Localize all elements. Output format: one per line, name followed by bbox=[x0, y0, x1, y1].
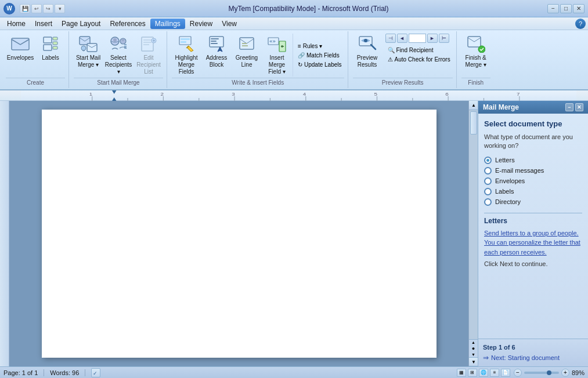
panel-title: Mail Merge bbox=[483, 103, 519, 111]
document-page bbox=[42, 110, 437, 358]
maximize-btn[interactable]: □ bbox=[560, 4, 572, 13]
web-layout-view-btn[interactable]: 🌐 bbox=[479, 369, 488, 377]
zoom-slider[interactable] bbox=[524, 372, 559, 374]
panel-close-btn[interactable]: ✕ bbox=[575, 103, 583, 111]
svg-rect-19 bbox=[211, 38, 219, 39]
radio-labels-circle bbox=[484, 188, 492, 195]
radio-directory-circle bbox=[484, 198, 492, 206]
select-recipients-label: SelectRecipients ▾ bbox=[105, 54, 132, 75]
nav-last-btn[interactable]: ⊢ bbox=[439, 34, 449, 43]
edit-recipient-list-button[interactable]: EditRecipient List bbox=[134, 34, 163, 77]
outline-view-btn[interactable]: ≡ bbox=[490, 369, 499, 377]
preview-record-input[interactable] bbox=[409, 34, 426, 43]
nav-prev-btn[interactable]: ◄ bbox=[397, 34, 407, 43]
edit-recipient-list-icon bbox=[139, 35, 158, 53]
scroll-browse-object[interactable]: ● bbox=[471, 345, 475, 352]
window-title: MyTem [Compatibility Mode] - Microsoft W… bbox=[70, 5, 547, 13]
find-recipient-button[interactable]: 🔍 Find Recipient bbox=[385, 46, 453, 54]
zoom-in-btn[interactable]: + bbox=[561, 369, 569, 377]
scroll-select-browse-prev[interactable]: ▲ bbox=[471, 340, 476, 345]
help-icon[interactable]: ? bbox=[575, 19, 586, 29]
menu-insert[interactable]: Insert bbox=[30, 19, 57, 29]
panel-section-title: Select document type bbox=[484, 119, 582, 128]
greeting-line-button[interactable]: GreetingLine bbox=[232, 34, 261, 70]
greeting-line-label: GreetingLine bbox=[236, 54, 258, 68]
match-fields-button[interactable]: 🔗 Match Fields bbox=[295, 51, 344, 60]
qa-dropdown[interactable]: ▾ bbox=[55, 4, 65, 13]
scroll-up-btn[interactable]: ▲ bbox=[469, 101, 478, 110]
nav-first-btn[interactable]: ⊣ bbox=[385, 34, 396, 43]
start-mail-merge-button[interactable]: Start MailMerge ▾ bbox=[74, 34, 103, 70]
window-controls: − □ ✕ bbox=[547, 4, 585, 13]
highlight-merge-fields-button[interactable]: HighlightMerge Fields bbox=[172, 34, 201, 77]
select-recipients-button[interactable]: SelectRecipients ▾ bbox=[104, 34, 133, 77]
info-text-link[interactable]: Send letters to a group of people. You c… bbox=[484, 230, 580, 256]
svg-rect-20 bbox=[211, 41, 217, 42]
draft-view-btn[interactable]: 📄 bbox=[501, 369, 510, 377]
insert-merge-field-button[interactable]: «» Insert MergeField ▾ bbox=[262, 34, 291, 77]
insert-merge-field-label: Insert MergeField ▾ bbox=[264, 54, 290, 75]
radio-directory[interactable]: Directory bbox=[484, 198, 582, 206]
update-labels-button[interactable]: ↻ Update Labels bbox=[295, 60, 344, 69]
labels-button[interactable]: Labels bbox=[36, 34, 65, 63]
scroll-extra: ▲ ● ▼ bbox=[469, 339, 478, 357]
close-btn[interactable]: ✕ bbox=[573, 4, 585, 13]
envelopes-button[interactable]: Envelopes bbox=[6, 34, 35, 63]
radio-letters-circle bbox=[484, 157, 492, 164]
menu-references[interactable]: References bbox=[105, 19, 150, 29]
svg-rect-3 bbox=[53, 37, 57, 40]
undo-btn[interactable]: ↩ bbox=[31, 4, 42, 13]
auto-check-errors-button[interactable]: ⚠ Auto Check for Errors bbox=[385, 55, 453, 64]
quick-access-toolbar: 💾 ↩ ↪ ▾ bbox=[20, 4, 65, 13]
next-link[interactable]: ⇒ Next: Starting document bbox=[483, 354, 583, 362]
preview-results-label: PreviewResults bbox=[357, 54, 378, 68]
address-block-button[interactable]: AddressBlock bbox=[202, 34, 231, 70]
document-canvas[interactable] bbox=[9, 101, 468, 366]
preview-results-button[interactable]: PreviewResults bbox=[353, 34, 382, 70]
spelling-icon[interactable]: ✓ bbox=[91, 368, 100, 377]
radio-email-messages[interactable]: E-mail messages bbox=[484, 167, 582, 175]
scroll-thumb[interactable] bbox=[470, 111, 477, 135]
minimize-btn[interactable]: − bbox=[547, 4, 559, 13]
scroll-down-btn[interactable]: ▼ bbox=[469, 357, 478, 366]
panel-header-controls: − ✕ bbox=[565, 103, 583, 111]
menu-page-layout[interactable]: Page Layout bbox=[57, 19, 105, 29]
select-recipients-icon bbox=[109, 35, 128, 53]
save-btn[interactable]: 💾 bbox=[20, 4, 30, 13]
ribbon: Envelopes Labels bbox=[0, 30, 588, 90]
zoom-level[interactable]: 89% bbox=[572, 369, 585, 376]
full-reading-view-btn[interactable]: ⊞ bbox=[468, 369, 477, 377]
svg-point-11 bbox=[113, 38, 117, 42]
svg-text:1: 1 bbox=[89, 92, 92, 97]
preview-results-icon bbox=[358, 35, 377, 53]
menu-view[interactable]: View bbox=[217, 19, 241, 29]
svg-text:3: 3 bbox=[232, 92, 235, 97]
menu-mailings[interactable]: Mailings bbox=[150, 19, 185, 29]
radio-labels[interactable]: Labels bbox=[484, 188, 582, 195]
step-label: Step 1 of 6 bbox=[483, 344, 583, 351]
start-mail-merge-label: Start MailMerge ▾ bbox=[76, 54, 100, 68]
radio-letters[interactable]: Letters bbox=[484, 157, 582, 164]
finish-merge-button[interactable]: Finish &Merge ▾ bbox=[461, 34, 490, 70]
redo-btn[interactable]: ↪ bbox=[43, 4, 53, 13]
ribbon-group-write-insert: HighlightMerge Fields bbox=[168, 31, 348, 88]
panel-minimize-btn[interactable]: − bbox=[565, 103, 573, 111]
zoom-out-btn[interactable]: − bbox=[514, 369, 522, 377]
radio-envelopes[interactable]: Envelopes bbox=[484, 177, 582, 185]
status-bar: Page: 1 of 1 Words: 96 ✓ ▦ ⊞ 🌐 ≡ 📄 − + 8… bbox=[0, 366, 588, 378]
start-mail-merge-group-label: Start Mail Merge bbox=[74, 78, 163, 86]
radio-envelopes-circle bbox=[484, 177, 492, 185]
radio-labels-label: Labels bbox=[495, 188, 514, 195]
panel-footer: Step 1 of 6 ⇒ Next: Starting document bbox=[478, 339, 588, 366]
menu-review[interactable]: Review bbox=[185, 19, 217, 29]
menu-home[interactable]: Home bbox=[2, 19, 30, 29]
scroll-select-browse-next[interactable]: ▼ bbox=[471, 352, 476, 357]
print-layout-view-btn[interactable]: ▦ bbox=[457, 369, 466, 377]
svg-point-12 bbox=[122, 39, 124, 41]
nav-next-btn[interactable]: ► bbox=[427, 34, 438, 43]
rules-button[interactable]: ≡ Rules ▾ bbox=[295, 42, 344, 50]
view-icons: ▦ ⊞ 🌐 ≡ 📄 bbox=[457, 369, 510, 377]
ribbon-group-preview-results: PreviewResults ⊣ ◄ ► ⊢ 🔍 Find Recipient bbox=[349, 31, 457, 88]
info-section-title: Letters bbox=[484, 213, 582, 225]
next-label: Next: Starting document bbox=[491, 354, 560, 361]
